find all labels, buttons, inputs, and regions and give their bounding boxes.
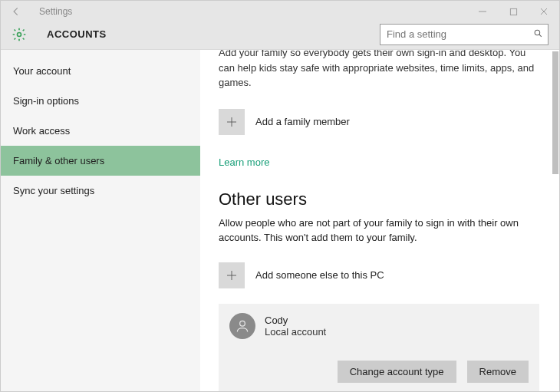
plus-icon	[219, 262, 245, 288]
search-icon	[533, 28, 543, 41]
scrollbar[interactable]	[552, 50, 559, 391]
other-users-heading: Other users	[219, 189, 539, 209]
change-account-type-button[interactable]: Change account type	[338, 361, 456, 383]
add-other-user-label: Add someone else to this PC	[255, 269, 384, 281]
sidebar-item-your-account[interactable]: Your account	[1, 56, 200, 86]
user-subtitle: Local account	[265, 326, 326, 338]
remove-button[interactable]: Remove	[467, 361, 529, 383]
sidebar-item-work-access[interactable]: Work access	[1, 116, 200, 146]
sidebar: Your account Sign-in options Work access…	[1, 50, 200, 392]
add-family-label: Add a family member	[255, 116, 350, 127]
learn-more-link[interactable]: Learn more	[219, 156, 539, 168]
minimize-button[interactable]	[467, 1, 498, 22]
back-button[interactable]	[1, 1, 31, 22]
svg-point-11	[240, 321, 245, 326]
add-other-user-row[interactable]: Add someone else to this PC	[219, 262, 539, 288]
svg-rect-1	[510, 8, 516, 15]
other-users-desc: Allow people who are not part of your fa…	[219, 216, 539, 245]
plus-icon	[219, 109, 245, 135]
sidebar-item-signin-options[interactable]: Sign-in options	[1, 86, 200, 116]
search-box[interactable]	[380, 24, 548, 45]
family-intro-text: Add your family so everybody gets their …	[219, 50, 539, 91]
main-content: Add your family so everybody gets their …	[200, 50, 559, 392]
scrollbar-thumb[interactable]	[552, 51, 558, 174]
sidebar-item-sync-settings[interactable]: Sync your settings	[1, 176, 200, 206]
sidebar-item-family-other-users[interactable]: Family & other users	[1, 146, 200, 176]
user-name: Cody	[265, 315, 326, 326]
close-button[interactable]	[529, 1, 559, 22]
gear-icon	[12, 27, 27, 42]
svg-line-6	[539, 34, 542, 36]
window-controls	[467, 1, 559, 22]
window-title: Settings	[39, 6, 72, 17]
header: ACCOUNTS	[1, 22, 559, 50]
svg-point-5	[535, 30, 540, 35]
page-title: ACCOUNTS	[47, 28, 107, 40]
title-bar: Settings	[1, 1, 559, 22]
search-input[interactable]	[385, 28, 533, 41]
avatar	[229, 313, 255, 339]
svg-point-4	[18, 32, 21, 36]
user-card[interactable]: Cody Local account Change account type R…	[219, 304, 539, 392]
maximize-button[interactable]	[498, 1, 529, 22]
add-family-member-row[interactable]: Add a family member	[219, 109, 539, 135]
